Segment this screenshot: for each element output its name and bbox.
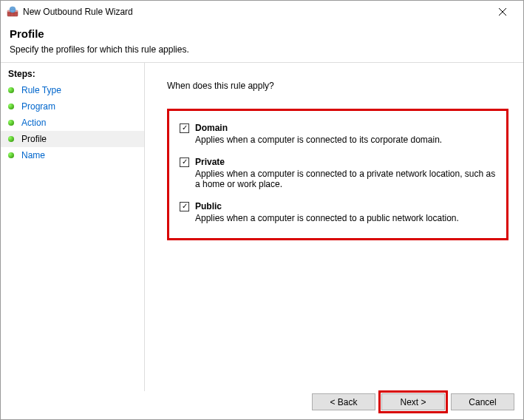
step-profile[interactable]: Profile xyxy=(1,131,144,147)
profile-domain: ✓DomainApplies when a computer is connec… xyxy=(180,123,496,145)
close-icon xyxy=(499,8,506,16)
steps-title: Steps: xyxy=(1,66,144,82)
step-name[interactable]: Name xyxy=(1,147,144,163)
step-label: Name xyxy=(21,150,45,160)
step-bullet-icon xyxy=(8,152,14,158)
titlebar: New Outbound Rule Wizard xyxy=(1,1,523,23)
steps-sidebar: Steps: Rule TypeProgramActionProfileName xyxy=(1,63,145,391)
profile-label: Private xyxy=(195,157,225,167)
profile-label: Domain xyxy=(195,123,228,133)
profile-description: Applies when a computer is connected to … xyxy=(195,135,496,145)
step-bullet-icon xyxy=(8,136,14,142)
step-bullet-icon xyxy=(8,120,14,126)
checkbox-domain[interactable]: ✓ xyxy=(180,123,189,133)
next-button[interactable]: Next > xyxy=(381,393,445,410)
firewall-icon xyxy=(7,6,18,18)
profile-public: ✓PublicApplies when a computer is connec… xyxy=(180,201,496,223)
step-label: Rule Type xyxy=(21,85,61,95)
content-question: When does this rule apply? xyxy=(167,81,508,91)
profile-row: ✓Private xyxy=(180,157,496,167)
profile-private: ✓PrivateApplies when a computer is conne… xyxy=(180,157,496,189)
wizard-buttons: < Back Next > Cancel xyxy=(312,393,514,410)
content-pane: When does this rule apply? ✓DomainApplie… xyxy=(145,63,523,391)
close-button[interactable] xyxy=(488,1,517,22)
profile-description: Applies when a computer is connected to … xyxy=(195,169,496,189)
step-label: Profile xyxy=(21,134,47,144)
step-bullet-icon xyxy=(8,104,14,109)
page-description: Specify the profiles for which this rule… xyxy=(10,44,514,55)
step-label: Program xyxy=(21,101,55,112)
step-label: Action xyxy=(21,118,46,128)
main-area: Steps: Rule TypeProgramActionProfileName… xyxy=(1,62,523,391)
back-button[interactable]: < Back xyxy=(312,393,375,410)
checkbox-private[interactable]: ✓ xyxy=(180,158,189,167)
step-bullet-icon xyxy=(8,87,14,93)
profiles-group: ✓DomainApplies when a computer is connec… xyxy=(167,109,508,240)
page-title: Profile xyxy=(10,27,514,40)
checkbox-public[interactable]: ✓ xyxy=(180,202,189,211)
step-rule-type[interactable]: Rule Type xyxy=(1,82,144,98)
profile-description: Applies when a computer is connected to … xyxy=(195,213,496,223)
step-program[interactable]: Program xyxy=(1,98,144,115)
cancel-button[interactable]: Cancel xyxy=(451,393,514,410)
profile-label: Public xyxy=(195,201,222,211)
profile-row: ✓Domain xyxy=(180,123,496,133)
wizard-header: Profile Specify the profiles for which t… xyxy=(1,23,523,62)
step-action[interactable]: Action xyxy=(1,115,144,131)
profile-row: ✓Public xyxy=(180,201,496,211)
window-title: New Outbound Rule Wizard xyxy=(23,7,488,17)
